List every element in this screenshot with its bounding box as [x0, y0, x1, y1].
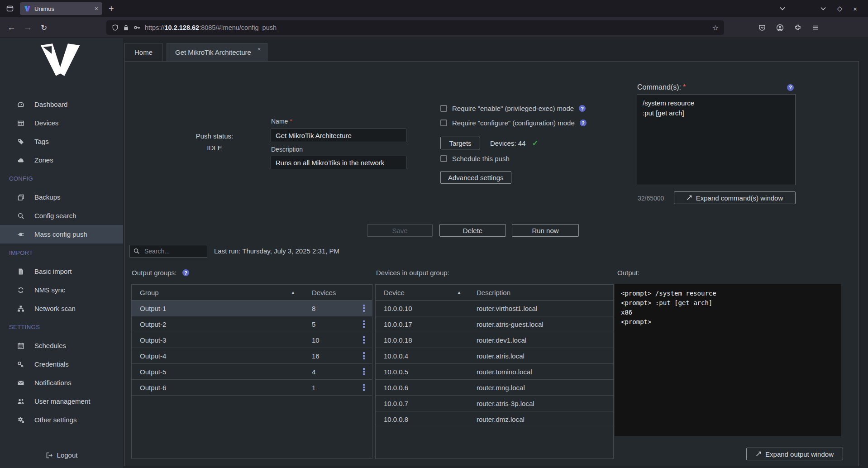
- config-push-panel: Push status: IDLE Name* Description Requ…: [124, 61, 859, 466]
- sidebar-item-schedules[interactable]: Schedules: [0, 336, 123, 355]
- group-device-count: 8: [312, 305, 315, 312]
- help-icon[interactable]: ?: [182, 269, 189, 276]
- targets-button[interactable]: Targets: [440, 137, 480, 149]
- url-host: 10.2.128.62: [165, 24, 200, 31]
- sidebar-item-label: Schedules: [34, 342, 66, 349]
- sidebar-item-label: Devices: [34, 119, 58, 127]
- reload-button[interactable]: ↻: [41, 17, 47, 38]
- tab-get-mikrotik-architecture[interactable]: Get MikroTik Architecture ×: [167, 43, 267, 62]
- back-button[interactable]: ←: [7, 17, 16, 38]
- key-icon: [17, 361, 25, 368]
- description-field[interactable]: [271, 156, 406, 169]
- plug-push-icon: [17, 231, 25, 238]
- sidebar-item-config-search[interactable]: Config search: [0, 206, 123, 225]
- last-run-text: Last run: Thursday, July 3, 2025 2:31, P…: [214, 247, 339, 255]
- expand-icon: [756, 451, 761, 457]
- tab-close-icon[interactable]: ×: [258, 46, 261, 53]
- column-header-devices[interactable]: Devices: [312, 289, 336, 296]
- row-menu-icon[interactable]: [362, 335, 366, 344]
- sort-ascending-icon[interactable]: ▲: [291, 290, 295, 295]
- firefox-view-icon[interactable]: [6, 5, 14, 12]
- help-icon[interactable]: ?: [580, 119, 587, 126]
- require-enable-checkbox[interactable]: [440, 105, 447, 112]
- saved-password-key-icon[interactable]: [134, 24, 141, 31]
- dashboard-icon: [17, 101, 25, 108]
- advanced-settings-button[interactable]: Advanced settings: [440, 171, 511, 184]
- sidebar-item-backups[interactable]: Backups: [0, 188, 123, 206]
- tab-close-icon[interactable]: ×: [95, 5, 98, 12]
- sidebar-item-other-settings[interactable]: Other settings: [0, 411, 123, 429]
- table-row[interactable]: Output-3 10: [132, 332, 372, 348]
- list-tabs-chevron-icon[interactable]: [779, 6, 786, 11]
- new-tab-button[interactable]: +: [109, 4, 114, 13]
- save-button[interactable]: Save: [367, 224, 433, 237]
- row-menu-icon[interactable]: [362, 304, 366, 313]
- search-input[interactable]: [129, 245, 207, 258]
- push-status-label: Push status:: [169, 132, 260, 140]
- sidebar-item-zones[interactable]: Zones: [0, 151, 123, 169]
- window-close-icon[interactable]: ×: [853, 5, 857, 13]
- menu-hamburger-icon[interactable]: [812, 24, 819, 31]
- expand-output-button[interactable]: Expand output window: [746, 448, 843, 460]
- table-row[interactable]: Output-2 5: [132, 316, 372, 332]
- sidebar-item-user-management[interactable]: User management: [0, 392, 123, 411]
- help-icon[interactable]: ?: [579, 105, 586, 112]
- sidebar-item-label: Credentials: [34, 360, 69, 368]
- name-field[interactable]: [271, 129, 406, 142]
- window-maximize-icon[interactable]: ◇: [837, 5, 843, 13]
- help-icon[interactable]: ?: [787, 84, 794, 91]
- table-row[interactable]: Output-5 4: [132, 364, 372, 380]
- row-menu-icon[interactable]: [362, 351, 366, 360]
- sidebar-item-mass-config-push[interactable]: Mass config push: [0, 225, 123, 244]
- column-header-description[interactable]: Description: [477, 289, 510, 296]
- browser-tab-unimus[interactable]: Unimus ×: [20, 2, 102, 15]
- logout-button[interactable]: Logout: [0, 451, 123, 459]
- device-address: 10.0.0.8: [384, 415, 408, 423]
- targets-valid-check-icon: ✓: [532, 138, 538, 148]
- sidebar-item-label: Tags: [34, 138, 49, 145]
- sidebar-item-devices[interactable]: Devices: [0, 114, 123, 132]
- table-row[interactable]: Output-4 16: [132, 348, 372, 364]
- table-row[interactable]: Output-1 8: [132, 301, 372, 316]
- sidebar-item-nms-sync[interactable]: NMS sync: [0, 281, 123, 299]
- expand-commands-button[interactable]: Expand command(s) window: [674, 191, 796, 204]
- bookmark-star-icon[interactable]: ☆: [712, 24, 719, 32]
- output-label: Output:: [617, 269, 639, 277]
- run-now-button[interactable]: Run now: [512, 224, 579, 237]
- output-groups-label: Output groups: ?: [132, 269, 189, 277]
- url-bar[interactable]: https://10.2.128.62:8085/#!menu/config_p…: [106, 20, 724, 35]
- sidebar-item-basic-import[interactable]: Basic import: [0, 262, 123, 281]
- row-menu-icon[interactable]: [362, 383, 366, 392]
- sidebar-item-label: Zones: [34, 156, 53, 164]
- row-menu-icon[interactable]: [362, 320, 366, 329]
- account-icon[interactable]: [776, 24, 784, 32]
- tab-home[interactable]: Home: [124, 43, 162, 62]
- forward-button[interactable]: →: [24, 17, 32, 38]
- sidebar-section-config: CONFIG: [9, 175, 123, 184]
- sidebar-item-network-scan[interactable]: Network scan: [0, 299, 123, 318]
- extensions-puzzle-icon[interactable]: [794, 24, 801, 31]
- sidebar-item-tags[interactable]: Tags: [0, 132, 123, 151]
- column-header-group[interactable]: Group: [140, 289, 159, 296]
- window-minimize-icon[interactable]: [820, 6, 826, 11]
- row-menu-icon[interactable]: [362, 367, 366, 376]
- url-text: https://10.2.128.62:8085/#!menu/config_p…: [145, 24, 277, 31]
- group-device-count: 4: [312, 368, 315, 376]
- logout-icon: [46, 452, 53, 459]
- require-configure-checkbox[interactable]: [440, 119, 447, 126]
- gears-icon: [17, 416, 25, 424]
- sidebar-item-notifications[interactable]: Notifications: [0, 373, 123, 392]
- device-address: 10.0.0.5: [384, 368, 408, 376]
- sort-ascending-icon[interactable]: ▲: [457, 290, 461, 295]
- delete-button[interactable]: Delete: [439, 224, 506, 237]
- shield-icon[interactable]: [112, 24, 119, 31]
- column-header-device[interactable]: Device: [384, 289, 405, 296]
- schedule-checkbox[interactable]: [440, 155, 447, 162]
- sidebar-item-dashboard[interactable]: Dashboard: [0, 95, 123, 114]
- table-row[interactable]: Output-6 1: [132, 380, 372, 396]
- sidebar-item-credentials[interactable]: Credentials: [0, 355, 123, 373]
- lock-icon[interactable]: [123, 24, 129, 31]
- pocket-icon[interactable]: [758, 24, 766, 31]
- search-icon: [17, 212, 25, 220]
- commands-textarea[interactable]: /system resource :put [get arch]: [637, 94, 796, 185]
